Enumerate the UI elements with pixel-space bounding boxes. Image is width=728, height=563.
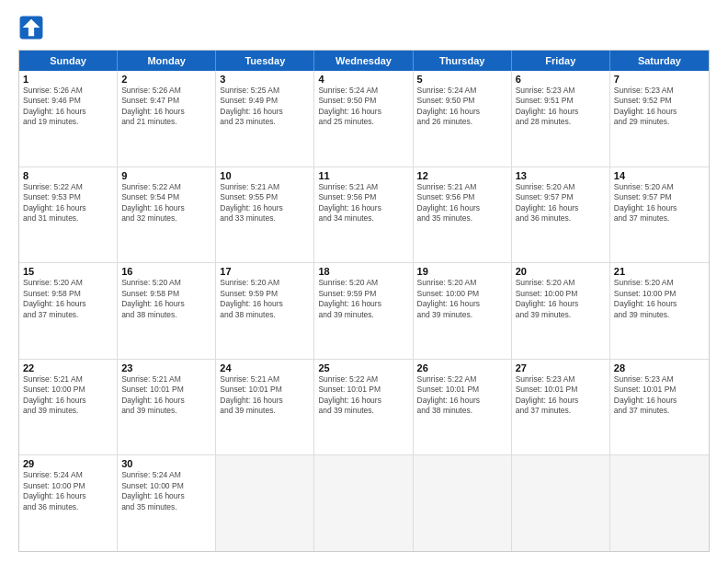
day-info-line: Sunrise: 5:21 AM: [318, 182, 408, 192]
day-info-line: Sunrise: 5:22 AM: [318, 374, 408, 385]
day-info-line: and 39 minutes.: [318, 406, 408, 416]
day-info-line: Sunset: 9:59 PM: [220, 289, 310, 299]
day-number: 2: [121, 74, 211, 85]
day-cell-25: 25Sunrise: 5:22 AMSunset: 10:01 PMDaylig…: [314, 360, 413, 455]
day-info-line: Daylight: 16 hours: [614, 203, 705, 213]
day-number: 6: [516, 74, 606, 85]
day-cell-18: 18Sunrise: 5:20 AMSunset: 9:59 PMDayligh…: [314, 263, 413, 359]
day-info-line: Sunset: 9:46 PM: [23, 96, 113, 106]
day-info-line: and 29 minutes.: [614, 117, 705, 127]
day-info-line: Sunset: 9:58 PM: [121, 289, 211, 299]
day-cell-27: 27Sunrise: 5:23 AMSunset: 10:01 PMDaylig…: [512, 360, 610, 455]
empty-cell: [314, 455, 413, 551]
day-info-line: Sunrise: 5:24 AM: [23, 470, 113, 480]
day-number: 24: [220, 362, 310, 373]
day-cell-24: 24Sunrise: 5:21 AMSunset: 10:01 PMDaylig…: [216, 360, 314, 455]
day-number: 26: [417, 362, 507, 373]
day-info-line: Sunset: 9:49 PM: [220, 96, 310, 106]
day-info-line: Sunset: 10:01 PM: [318, 385, 408, 395]
day-cell-26: 26Sunrise: 5:22 AMSunset: 10:01 PMDaylig…: [414, 360, 512, 455]
header-day-wednesday: Wednesday: [314, 51, 413, 71]
day-cell-7: 7Sunrise: 5:23 AMSunset: 9:52 PMDaylight…: [610, 71, 709, 167]
day-info-line: Daylight: 16 hours: [220, 299, 310, 309]
day-info-line: and 36 minutes.: [516, 213, 606, 224]
empty-cell: [512, 455, 610, 551]
empty-cell: [610, 455, 709, 551]
day-info-line: Sunrise: 5:24 AM: [121, 470, 211, 480]
day-info-line: Daylight: 16 hours: [220, 396, 310, 406]
day-info-line: and 38 minutes.: [220, 310, 310, 320]
day-info-line: Daylight: 16 hours: [23, 396, 113, 406]
day-info-line: Sunrise: 5:22 AM: [23, 182, 113, 192]
day-info-line: Sunrise: 5:23 AM: [614, 86, 705, 96]
day-info-line: Daylight: 16 hours: [516, 203, 606, 213]
empty-cell: [216, 455, 314, 551]
day-info-line: Sunset: 9:50 PM: [417, 96, 507, 106]
day-info-line: Sunrise: 5:20 AM: [614, 278, 705, 288]
week-row-4: 22Sunrise: 5:21 AMSunset: 10:00 PMDaylig…: [19, 360, 709, 456]
day-info-line: and 39 minutes.: [220, 406, 310, 416]
day-info-line: Sunset: 9:55 PM: [220, 192, 310, 202]
day-cell-10: 10Sunrise: 5:21 AMSunset: 9:55 PMDayligh…: [216, 167, 314, 263]
header-day-tuesday: Tuesday: [216, 51, 314, 71]
day-number: 20: [516, 266, 606, 277]
day-info-line: Sunset: 9:53 PM: [23, 192, 113, 202]
day-info-line: and 39 minutes.: [417, 310, 507, 320]
day-info-line: Sunset: 10:01 PM: [121, 385, 211, 395]
day-cell-23: 23Sunrise: 5:21 AMSunset: 10:01 PMDaylig…: [118, 360, 216, 455]
day-cell-4: 4Sunrise: 5:24 AMSunset: 9:50 PMDaylight…: [314, 71, 413, 167]
header-day-saturday: Saturday: [610, 51, 709, 71]
day-info-line: Sunrise: 5:20 AM: [23, 278, 113, 288]
logo-icon: [18, 15, 44, 40]
day-info-line: and 35 minutes.: [417, 213, 507, 224]
day-cell-28: 28Sunrise: 5:23 AMSunset: 10:01 PMDaylig…: [610, 360, 709, 455]
day-info-line: Sunrise: 5:21 AM: [220, 374, 310, 385]
day-info-line: Sunrise: 5:23 AM: [614, 374, 705, 385]
day-info-line: Sunrise: 5:26 AM: [121, 86, 211, 96]
day-info-line: and 26 minutes.: [417, 117, 507, 127]
day-info-line: Sunrise: 5:20 AM: [220, 278, 310, 288]
day-cell-8: 8Sunrise: 5:22 AMSunset: 9:53 PMDaylight…: [19, 167, 118, 263]
day-cell-17: 17Sunrise: 5:20 AMSunset: 9:59 PMDayligh…: [216, 263, 314, 359]
day-info-line: Sunrise: 5:21 AM: [417, 182, 507, 192]
day-info-line: Daylight: 16 hours: [318, 299, 408, 309]
day-info-line: Sunset: 10:01 PM: [516, 385, 606, 395]
day-info-line: Sunset: 9:47 PM: [121, 96, 211, 106]
header-day-monday: Monday: [118, 51, 216, 71]
day-info-line: Daylight: 16 hours: [121, 107, 211, 117]
day-number: 29: [23, 458, 113, 469]
day-cell-1: 1Sunrise: 5:26 AMSunset: 9:46 PMDaylight…: [19, 71, 118, 167]
day-info-line: Sunset: 10:01 PM: [614, 385, 705, 395]
day-info-line: Sunrise: 5:21 AM: [23, 374, 113, 385]
day-number: 5: [417, 74, 507, 85]
day-info-line: and 31 minutes.: [23, 213, 113, 224]
day-number: 23: [121, 362, 211, 373]
day-info-line: Daylight: 16 hours: [516, 299, 606, 309]
day-info-line: Sunset: 10:00 PM: [417, 289, 507, 299]
day-info-line: Sunrise: 5:20 AM: [121, 278, 211, 288]
day-cell-5: 5Sunrise: 5:24 AMSunset: 9:50 PMDaylight…: [414, 71, 512, 167]
empty-cell: [414, 455, 512, 551]
day-info-line: Daylight: 16 hours: [121, 299, 211, 309]
day-info-line: Sunrise: 5:26 AM: [23, 86, 113, 96]
day-number: 15: [23, 266, 113, 277]
day-number: 9: [121, 170, 211, 181]
day-number: 13: [516, 170, 606, 181]
day-info-line: Sunset: 10:01 PM: [220, 385, 310, 395]
day-cell-14: 14Sunrise: 5:20 AMSunset: 9:57 PMDayligh…: [610, 167, 709, 263]
day-cell-30: 30Sunrise: 5:24 AMSunset: 10:00 PMDaylig…: [118, 455, 216, 551]
day-info-line: Daylight: 16 hours: [23, 299, 113, 309]
day-cell-16: 16Sunrise: 5:20 AMSunset: 9:58 PMDayligh…: [118, 263, 216, 359]
day-number: 14: [614, 170, 705, 181]
day-info-line: Sunset: 10:00 PM: [516, 289, 606, 299]
day-info-line: and 33 minutes.: [220, 213, 310, 224]
day-info-line: Daylight: 16 hours: [417, 299, 507, 309]
day-info-line: Sunset: 9:51 PM: [516, 96, 606, 106]
day-info-line: Daylight: 16 hours: [516, 107, 606, 117]
day-info-line: Sunrise: 5:20 AM: [417, 278, 507, 288]
day-number: 12: [417, 170, 507, 181]
day-info-line: Sunset: 10:00 PM: [614, 289, 705, 299]
day-info-line: Sunset: 10:00 PM: [23, 481, 113, 491]
day-cell-9: 9Sunrise: 5:22 AMSunset: 9:54 PMDaylight…: [118, 167, 216, 263]
header-day-sunday: Sunday: [19, 51, 118, 71]
